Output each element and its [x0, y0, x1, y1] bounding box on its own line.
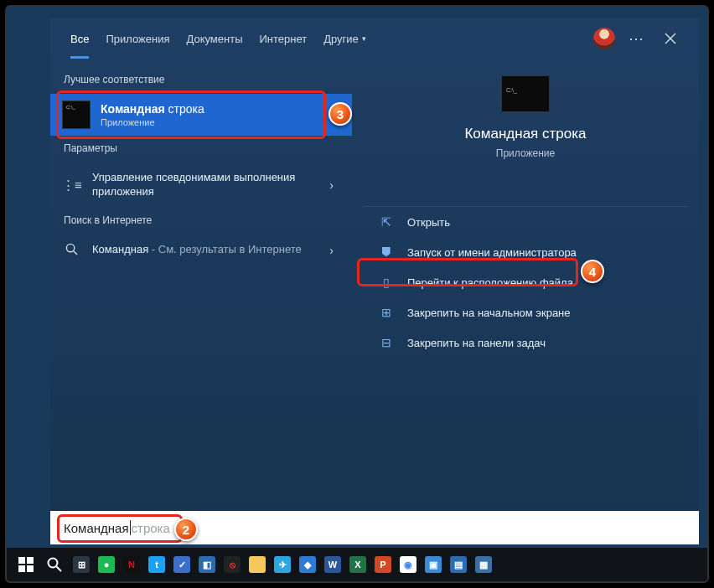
- close-button[interactable]: [654, 22, 687, 55]
- more-options-icon[interactable]: ⋯: [620, 29, 654, 48]
- start-button[interactable]: [12, 551, 40, 578]
- preview-cmd-icon: C:\_: [501, 75, 550, 112]
- preview-column: C:\_ Командная строка Приложение ⇱Открыт…: [352, 59, 699, 531]
- action-admin-label: Запуск от имени администратора: [407, 246, 577, 259]
- result-title-bold: Командная: [101, 102, 165, 116]
- taskbar-app-twitter[interactable]: t: [144, 551, 169, 578]
- svg-point-8: [49, 559, 58, 568]
- action-run-as-admin[interactable]: ⛊Запуск от имени администратора: [364, 237, 687, 267]
- taskbar-app-generic4[interactable]: ▤: [446, 551, 471, 578]
- action-open-location[interactable]: ▯Перейти к расположению файла: [364, 267, 687, 297]
- filter-tabs: Все Приложения Документы Интернет Другие…: [50, 18, 699, 59]
- text-cursor: [130, 520, 131, 535]
- action-open-label: Открыть: [407, 216, 450, 229]
- section-web-search: Поиск в Интернете: [50, 208, 352, 235]
- svg-rect-6: [18, 565, 25, 572]
- taskbar-app-powerpoint[interactable]: P: [370, 551, 396, 578]
- section-settings: Параметры: [50, 136, 352, 162]
- web-prefix: Командная: [92, 243, 148, 255]
- taskbar-app-calculator[interactable]: ⊞: [69, 551, 94, 578]
- taskbar-app-netflix[interactable]: N: [119, 551, 144, 578]
- tab-other-label: Другие: [323, 33, 359, 45]
- svg-line-3: [73, 251, 76, 255]
- taskbar-app-explorer[interactable]: [245, 551, 270, 578]
- tab-web[interactable]: Интернет: [251, 18, 315, 59]
- admin-shield-icon: ⛊: [377, 245, 396, 259]
- taskbar-app-generic5[interactable]: ▦: [471, 551, 496, 578]
- user-avatar[interactable]: [593, 28, 615, 49]
- chevron-right-icon: ›: [323, 178, 340, 192]
- web-suffix: - См. результаты в Интернете: [148, 243, 302, 255]
- search-autocomplete-ghost: строка: [132, 521, 170, 535]
- pin-taskbar-icon: ⊟: [377, 336, 396, 349]
- tab-other[interactable]: Другие▾: [315, 18, 375, 59]
- search-input[interactable]: Командная строка: [50, 511, 699, 544]
- taskbar-app-chrome[interactable]: ◉: [396, 551, 421, 578]
- preview-title: Командная строка: [464, 126, 586, 142]
- result-title-rest: строка: [165, 102, 204, 116]
- result-subtitle: Приложение: [101, 117, 340, 127]
- svg-line-9: [57, 567, 62, 572]
- taskbar-app-word[interactable]: W: [320, 551, 345, 578]
- search-icon: [62, 243, 80, 258]
- svg-rect-5: [27, 557, 34, 564]
- search-typed-text: Командная: [64, 521, 129, 535]
- action-pinstart-label: Закрепить на начальном экране: [407, 307, 571, 319]
- svg-point-2: [66, 244, 74, 251]
- chevron-right-icon: ›: [323, 244, 340, 257]
- taskbar-search-button[interactable]: [40, 551, 69, 578]
- search-panel: Все Приложения Документы Интернет Другие…: [50, 18, 699, 531]
- pin-start-icon: ⊞: [377, 306, 396, 319]
- web-search-result[interactable]: Командная - См. результаты в Интернете ›: [50, 235, 352, 266]
- tab-all[interactable]: Все: [62, 18, 97, 59]
- taskbar-app-generic2[interactable]: ◆: [295, 551, 320, 578]
- cmd-icon: C:\_: [62, 101, 91, 129]
- taskbar-app-excel[interactable]: X: [345, 551, 370, 578]
- setting-alias-management[interactable]: ⋮≡ Управление псевдонимами выполнения пр…: [50, 162, 352, 208]
- tab-documents[interactable]: Документы: [178, 18, 251, 59]
- action-pin-taskbar[interactable]: ⊟Закрепить на панели задач: [364, 328, 687, 358]
- preview-subtitle: Приложение: [496, 147, 555, 159]
- action-pin-start[interactable]: ⊞Закрепить на начальном экране: [364, 297, 687, 328]
- open-icon: ⇱: [377, 215, 396, 229]
- result-command-prompt[interactable]: C:\_ Командная строка Приложение: [50, 94, 352, 136]
- taskbar-app-telegram[interactable]: ✈: [270, 551, 295, 578]
- svg-rect-7: [27, 565, 34, 572]
- folder-icon: ▯: [377, 276, 396, 289]
- setting-text: Управление псевдонимами выполнения прило…: [92, 171, 323, 199]
- settings-list-icon: ⋮≡: [62, 178, 80, 193]
- taskbar-app-todo[interactable]: ✓: [169, 551, 194, 578]
- preview-actions: ⇱Открыть ⛊Запуск от имени администратора…: [364, 206, 687, 358]
- chevron-down-icon: ▾: [362, 34, 366, 43]
- svg-rect-4: [18, 557, 25, 564]
- section-best-match: Лучшее соответствие: [50, 67, 352, 94]
- taskbar-app-generic3[interactable]: ▣: [421, 551, 446, 578]
- action-pintask-label: Закрепить на панели задач: [407, 337, 546, 349]
- tab-apps[interactable]: Приложения: [97, 18, 178, 59]
- action-loc-label: Перейти к расположению файла: [407, 276, 573, 289]
- taskbar-app-blocked[interactable]: ⦸: [220, 551, 245, 578]
- action-open[interactable]: ⇱Открыть: [364, 207, 687, 237]
- results-column: Лучшее соответствие C:\_ Командная строк…: [50, 59, 352, 531]
- taskbar-app-spotify[interactable]: ●: [94, 551, 119, 578]
- taskbar: ⊞ ● N t ✓ ◧ ⦸ ✈ ◆ W X P ◉ ▣ ▤ ▦: [7, 548, 707, 581]
- taskbar-app-generic1[interactable]: ◧: [194, 551, 220, 578]
